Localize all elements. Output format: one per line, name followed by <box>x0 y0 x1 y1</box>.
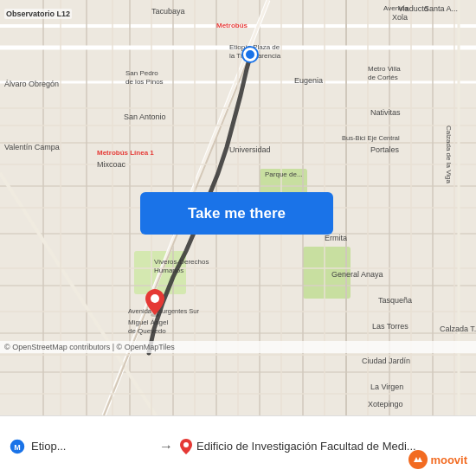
santaa-label: Santa A... <box>424 4 458 13</box>
origin-section: M Etiop... <box>9 438 152 455</box>
sanantonio-label: San Antonio <box>124 113 166 121</box>
mixcoac-label: Mixcoac <box>97 160 125 169</box>
xotepingo-label: Xotepingo <box>368 400 403 408</box>
eugenia-label: Eugenia <box>294 76 323 85</box>
map-container: Tacubaya Observatorio L12 Metrobús Etiop… <box>0 0 476 415</box>
origin-pin <box>243 48 257 61</box>
nativitas-label: Nativitas <box>370 108 401 117</box>
destination-label: Edificio de Investigación Facultad de Me… <box>196 440 416 453</box>
map-attribution: © OpenStreetMap contributors | © OpenMap… <box>0 341 476 353</box>
svg-text:M: M <box>14 443 21 452</box>
observatorio-label: Observatorio L12 <box>4 9 72 19</box>
calzadat-label: Calzada T... <box>440 325 476 333</box>
portales-label: Portales <box>370 145 399 154</box>
lastorres-label: Las Torres <box>372 322 408 331</box>
arrow-right-icon: → <box>159 439 173 454</box>
viveros-label: Viveros-DerechosHumanos <box>154 258 209 276</box>
valentincampa-label: Valentín Campa <box>4 143 60 151</box>
tasquena-label: Tasqueña <box>378 296 412 305</box>
parque-label: Parque de... <box>265 170 303 178</box>
destination-pin-icon <box>180 439 192 454</box>
destination-pin <box>145 289 164 320</box>
origin-label: Etiop... <box>31 440 66 453</box>
universidad-label: Universidad <box>229 145 271 154</box>
svg-point-48 <box>151 294 159 303</box>
sanpedro-label: San Pedrode los Pinos <box>125 69 164 87</box>
metrobus-label: Metrobús <box>216 22 248 29</box>
generalanaya-label: General Anaya <box>331 270 383 279</box>
transit-icon: M <box>9 438 26 455</box>
tacubaya-label: Tacubaya <box>151 7 185 16</box>
metrovilla-label: Metro Villade Cortés <box>368 65 401 83</box>
ermita-label: Ermita <box>325 234 347 242</box>
busbici-label: Bus-Bici Eje Central <box>342 134 400 142</box>
alvaro-label: Álvaro Obregón <box>4 80 59 88</box>
calzadaviga-label: Calzada de la Viga <box>445 125 453 183</box>
metrobuslinea1-label: Metrobús Línea 1 <box>97 149 154 157</box>
take-me-there-button[interactable]: Take me there <box>140 192 333 235</box>
xola-label: Xola <box>392 13 408 22</box>
ciudadjardin-label: Ciudad Jardín <box>362 357 410 365</box>
miguelangel-label: Miguel Ángelde Quevedo <box>128 318 168 337</box>
lavirgen-label: La Virgen <box>370 383 403 391</box>
svg-point-51 <box>183 442 189 447</box>
avenida-label: Avenida <box>383 4 408 12</box>
bottom-navigation-bar: M Etiop... → Edificio de Investigación F… <box>0 415 476 476</box>
moovit-name: moovit <box>430 453 467 466</box>
moovit-logo: moovit <box>408 450 467 469</box>
